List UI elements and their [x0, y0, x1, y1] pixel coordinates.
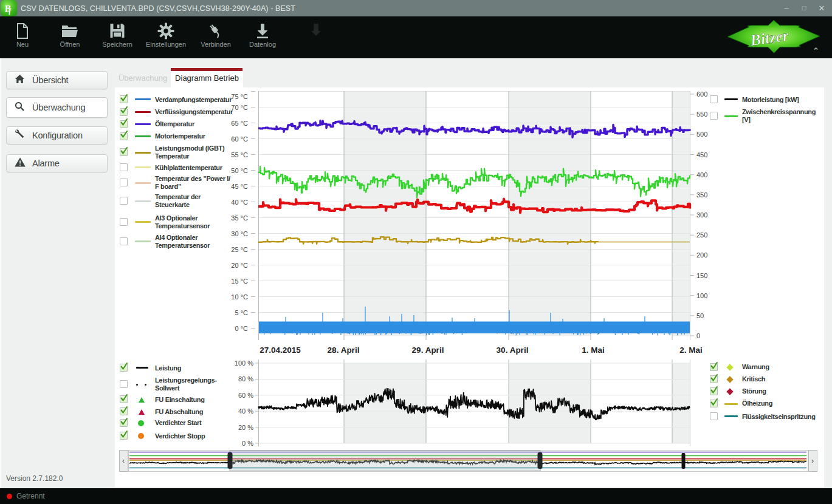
- svg-text:600: 600: [696, 90, 707, 98]
- svg-text:5 °C: 5 °C: [235, 309, 248, 316]
- svg-text:100 %: 100 %: [235, 359, 253, 367]
- svg-text:350: 350: [696, 191, 707, 199]
- svg-text:400: 400: [696, 171, 707, 179]
- svg-text:20 °C: 20 °C: [231, 262, 248, 269]
- svg-text:55 °C: 55 °C: [231, 151, 248, 158]
- svg-text:60 %: 60 %: [238, 392, 253, 399]
- svg-text:2. Mai: 2. Mai: [679, 346, 703, 355]
- svg-text:550: 550: [696, 111, 707, 118]
- svg-text:60 °C: 60 °C: [231, 135, 248, 143]
- svg-text:45 °C: 45 °C: [231, 183, 248, 190]
- svg-text:65 °C: 65 °C: [231, 120, 248, 127]
- svg-text:30 °C: 30 °C: [231, 230, 248, 237]
- svg-text:500: 500: [696, 131, 707, 138]
- svg-text:35 °C: 35 °C: [231, 214, 248, 222]
- svg-text:0 %: 0 %: [242, 440, 253, 447]
- svg-text:15 °C: 15 °C: [231, 278, 248, 285]
- svg-text:250: 250: [696, 231, 707, 239]
- svg-text:1. Mai: 1. Mai: [582, 346, 605, 355]
- svg-text:80 %: 80 %: [238, 375, 253, 383]
- svg-text:0: 0: [696, 332, 700, 339]
- svg-text:70 °C: 70 °C: [231, 104, 248, 111]
- svg-text:75 °C: 75 °C: [231, 93, 248, 100]
- svg-text:150: 150: [696, 272, 707, 279]
- svg-text:›: ›: [811, 457, 814, 465]
- svg-text:10 °C: 10 °C: [231, 293, 248, 301]
- svg-text:200: 200: [696, 251, 707, 259]
- svg-text:50: 50: [696, 312, 704, 319]
- svg-text:‹: ‹: [122, 457, 125, 465]
- svg-text:40 %: 40 %: [238, 407, 253, 415]
- svg-text:28. April: 28. April: [328, 346, 360, 355]
- svg-text:40 °C: 40 °C: [231, 199, 248, 206]
- svg-text:100: 100: [696, 292, 707, 299]
- svg-text:25 °C: 25 °C: [231, 246, 248, 253]
- svg-text:29. April: 29. April: [412, 346, 444, 355]
- svg-text:30. April: 30. April: [497, 346, 529, 355]
- svg-text:0 °C: 0 °C: [235, 325, 248, 332]
- svg-text:50 °C: 50 °C: [231, 167, 248, 174]
- svg-text:300: 300: [696, 211, 707, 219]
- svg-text:20 %: 20 %: [238, 424, 253, 431]
- svg-text:450: 450: [696, 151, 707, 158]
- svg-text:27.04.2015: 27.04.2015: [260, 346, 301, 355]
